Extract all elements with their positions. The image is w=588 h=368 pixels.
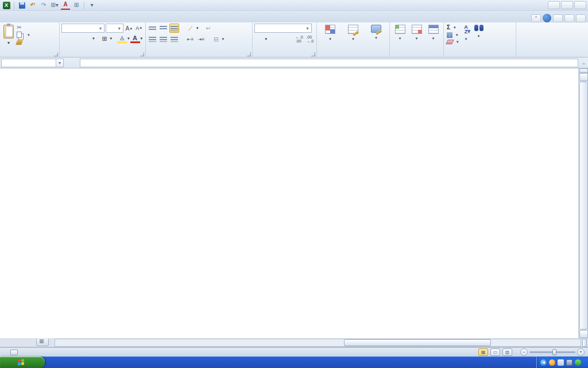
page-break-view-button[interactable]: ▥ <box>502 348 512 356</box>
borders-dropdown-icon[interactable]: ▾ <box>110 36 113 41</box>
italic-button[interactable] <box>72 34 82 43</box>
font-color-icon[interactable]: A <box>61 1 70 10</box>
orientation-button[interactable]: ⟋ <box>185 24 195 33</box>
clear-button[interactable]: ▾ <box>446 39 460 45</box>
tray-network-icon[interactable] <box>575 359 581 366</box>
workbook-restore-button[interactable] <box>564 14 574 22</box>
zoom-slider-thumb[interactable] <box>552 349 556 355</box>
help-icon[interactable] <box>543 14 551 22</box>
zoom-in-icon[interactable]: + <box>577 348 585 356</box>
zoom-slider-track[interactable] <box>529 351 575 353</box>
page-layout-view-button[interactable]: ▭ <box>490 348 500 356</box>
undo-button[interactable]: ↶ <box>28 1 37 10</box>
macro-record-icon[interactable] <box>10 350 18 355</box>
cell-styles-button[interactable]: ▾ <box>369 24 383 50</box>
decrease-decimal-button[interactable]: .00→.0 <box>305 34 315 44</box>
zoom-slider[interactable]: − + <box>520 348 585 356</box>
accounting-format-button[interactable] <box>254 34 264 44</box>
fill-button[interactable]: ↓▾ <box>446 32 460 39</box>
horizontal-scroll-thumb[interactable] <box>344 339 491 346</box>
sort-filter-button[interactable]: AZ▼ ▾ <box>460 24 473 50</box>
formula-bar-expand-icon[interactable]: ⌄ <box>579 60 588 66</box>
copy-button[interactable]: ▾ <box>16 31 31 39</box>
normal-view-button[interactable]: ▦ <box>478 348 488 356</box>
insert-cells-button[interactable]: ▾ <box>393 24 407 50</box>
scroll-up-icon[interactable] <box>579 73 588 81</box>
number-dialog-launcher[interactable] <box>311 52 315 56</box>
minimize-button[interactable] <box>548 1 560 9</box>
eraser-icon <box>446 40 454 44</box>
workbook-close-button[interactable] <box>576 14 586 22</box>
vertical-split-handle[interactable] <box>579 68 588 73</box>
insert-cells-icon <box>395 25 405 34</box>
alignment-dialog-launcher[interactable] <box>247 52 251 56</box>
align-top-button[interactable] <box>148 24 157 33</box>
tray-messenger-icon[interactable] <box>558 359 564 366</box>
close-button[interactable] <box>574 1 586 9</box>
tray-collapse-icon[interactable]: ◄ <box>540 359 547 366</box>
paste-icon <box>3 25 14 39</box>
align-left-button[interactable] <box>148 34 157 44</box>
zoom-out-icon[interactable]: − <box>520 348 528 356</box>
font-name-combo[interactable]: ▼ <box>61 24 105 33</box>
save-button[interactable] <box>17 1 26 10</box>
format-as-table-button[interactable]: ▾ <box>346 24 360 50</box>
font-color-dropdown-icon[interactable]: ▾ <box>141 36 143 41</box>
excel-window: X ↶ ↷ ⊞▾ A ⊞ ▾ ⌃ <box>0 0 588 368</box>
formula-input[interactable] <box>80 59 578 67</box>
collapse-ribbon-icon[interactable]: ⌃ <box>531 14 541 22</box>
align-middle-button[interactable] <box>158 24 168 33</box>
cut-button[interactable]: ✂ <box>16 24 31 31</box>
grow-font-button[interactable]: A▲ <box>125 24 133 33</box>
paste-button[interactable]: ▼ <box>2 24 16 50</box>
divider <box>84 2 84 9</box>
align-bottom-button[interactable] <box>169 24 179 33</box>
scroll-down-icon[interactable] <box>579 330 588 338</box>
redo-button[interactable]: ↷ <box>39 1 48 10</box>
vertical-scroll-thumb[interactable] <box>579 82 588 329</box>
increase-indent-button[interactable]: ⇥≡ <box>196 34 206 44</box>
shrink-font-button[interactable]: A▼ <box>135 24 144 33</box>
underline-button[interactable] <box>82 34 92 43</box>
align-center-button[interactable] <box>158 34 168 44</box>
borders-button[interactable]: ⊞ <box>100 34 110 43</box>
underline-dropdown-icon[interactable]: ▾ <box>92 36 95 41</box>
bold-button[interactable] <box>61 34 71 43</box>
grid-icon[interactable]: ⊞ <box>72 1 81 10</box>
comma-style-button[interactable] <box>279 34 289 44</box>
start-button[interactable] <box>0 356 45 368</box>
increase-decimal-button[interactable]: ←.0.00 <box>295 34 304 44</box>
percent-style-button[interactable] <box>268 34 278 44</box>
insert-worksheet-button[interactable] <box>36 339 49 346</box>
autosum-button[interactable]: Σ▾ <box>446 24 460 31</box>
decrease-indent-button[interactable]: ⇤≡ <box>185 34 195 44</box>
merge-center-button[interactable]: ⊟▾ <box>212 36 225 43</box>
font-dialog-launcher[interactable] <box>140 52 144 56</box>
format-cells-button[interactable]: ▾ <box>427 24 440 50</box>
name-box-dropdown-icon[interactable]: ▼ <box>56 59 64 67</box>
find-select-button[interactable]: ▾ <box>473 24 485 50</box>
vertical-scrollbar[interactable] <box>578 68 588 338</box>
delete-cells-button[interactable]: ▾ <box>410 24 424 50</box>
horizontal-split-handle[interactable] <box>582 339 587 347</box>
tray-outlook-icon[interactable] <box>549 359 555 366</box>
fill-color-dropdown-icon[interactable]: ▾ <box>127 36 130 41</box>
name-box[interactable] <box>1 59 56 67</box>
table-borders-icon[interactable]: ⊞▾ <box>50 1 59 10</box>
format-painter-button[interactable] <box>16 39 31 45</box>
tray-display-icon[interactable] <box>566 359 572 366</box>
font-size-combo[interactable]: ▼ <box>106 24 123 33</box>
align-right-button[interactable] <box>169 34 179 44</box>
clipboard-dialog-launcher[interactable] <box>54 52 58 56</box>
workbook-minimize-button[interactable] <box>553 14 563 22</box>
wrap-text-button[interactable]: ↩ <box>205 25 214 32</box>
formula-bar: ▼ ⌄ <box>0 57 588 68</box>
number-format-combo[interactable]: ▼ <box>254 24 312 33</box>
restore-button[interactable] <box>561 1 573 9</box>
sort-filter-icon: AZ▼ <box>462 25 471 34</box>
horizontal-scrollbar[interactable] <box>55 339 581 347</box>
font-color-button[interactable]: A <box>130 34 140 43</box>
customize-qat-icon[interactable]: ▾ <box>87 1 96 10</box>
conditional-formatting-button[interactable]: ▾ <box>323 24 337 50</box>
fill-color-button[interactable]: ◬ <box>117 34 127 43</box>
